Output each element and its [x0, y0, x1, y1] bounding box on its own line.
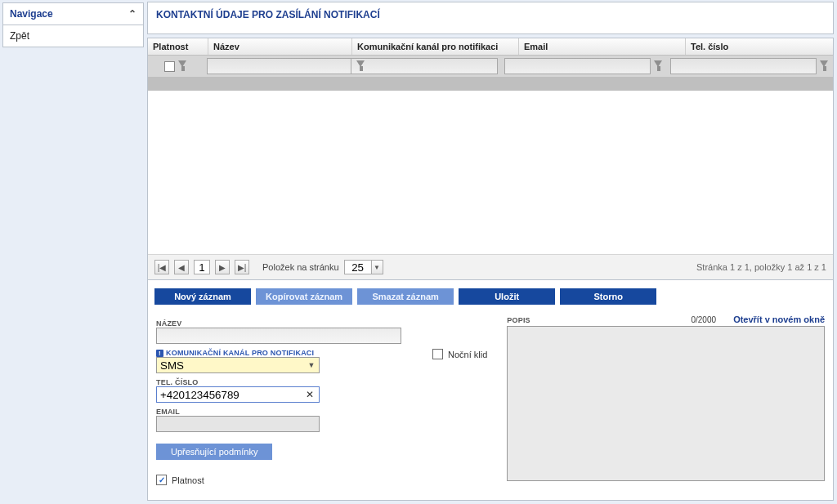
chevron-up-icon: ⌃	[128, 8, 137, 20]
page-size-dropdown[interactable]: ▼	[372, 260, 383, 274]
grid-body	[148, 78, 833, 254]
page-size-label: Položek na stránku	[262, 262, 339, 272]
grid-filter-row	[148, 56, 833, 78]
label-tel: TEL. ČÍSLO	[156, 378, 410, 386]
action-bar: Nový záznam Kopírovat záznam Smazat zázn…	[147, 280, 834, 310]
filter-checkbox-platnost[interactable]	[164, 61, 175, 72]
cancel-button[interactable]: Storno	[560, 288, 656, 305]
pager-page-input[interactable]	[194, 260, 210, 274]
new-record-button[interactable]: Nový záznam	[154, 288, 251, 305]
filter-icon[interactable]	[820, 60, 830, 72]
grid-header: Platnost Název Komunikační kanál pro not…	[148, 38, 833, 56]
select-komkanal[interactable]	[156, 357, 320, 373]
pager-info: Stránka 1 z 1, položky 1 až 1 z 1	[696, 262, 826, 272]
sidebar-panel: Navigace ⌃ Zpět	[2, 2, 144, 47]
pager-last-button[interactable]: ▶|	[235, 260, 249, 274]
pager-next-button[interactable]: ▶	[215, 260, 230, 274]
column-header-nazev[interactable]: Název	[208, 38, 352, 55]
checkbox-platnost[interactable]: ✓	[156, 475, 167, 485]
sidebar-title: Navigace	[10, 8, 53, 20]
popis-counter: 0/2000	[691, 315, 716, 324]
column-header-platnost[interactable]: Platnost	[148, 38, 208, 55]
input-email	[156, 416, 320, 432]
input-nazev[interactable]	[156, 328, 401, 344]
sidebar-item-back[interactable]: Zpět	[3, 25, 143, 47]
title-panel: KONTAKTNÍ ÚDAJE PRO ZASÍLÁNÍ NOTIFIKACÍ	[147, 2, 834, 34]
filter-input-tel[interactable]	[670, 58, 817, 74]
open-new-window-link[interactable]: Otevřít v novém okně	[733, 314, 825, 324]
label-popis: POPIS	[507, 316, 530, 324]
required-icon: !	[156, 350, 163, 357]
filter-icon[interactable]	[654, 60, 664, 72]
checkbox-nocni-klid[interactable]: ✓	[432, 349, 443, 359]
filter-input-komkanal[interactable]	[351, 58, 498, 74]
input-tel[interactable]	[156, 386, 320, 403]
pager-prev-button[interactable]: ◀	[174, 260, 189, 274]
panel-title: KONTAKTNÍ ÚDAJE PRO ZASÍLÁNÍ NOTIFIKACÍ	[148, 2, 833, 27]
page-size-input[interactable]	[344, 260, 372, 274]
filter-input-email[interactable]	[504, 58, 651, 74]
sidebar-header[interactable]: Navigace ⌃	[3, 3, 143, 25]
grid-panel: Platnost Název Komunikační kanál pro not…	[147, 38, 834, 280]
copy-record-button[interactable]: Kopírovat záznam	[256, 288, 352, 305]
column-header-tel[interactable]: Tel. číslo	[686, 38, 833, 55]
clear-icon[interactable]: ✕	[303, 388, 316, 401]
pager: |◀ ◀ ▶ ▶| Položek na stránku ▼ Stránka 1…	[148, 254, 833, 279]
save-button[interactable]: Uložit	[459, 288, 555, 305]
chevron-down-icon[interactable]: ▼	[304, 358, 319, 372]
label-platnost: Platnost	[172, 475, 204, 485]
label-komkanal: !KOMUNIKAČNÍ KANÁL PRO NOTIFIKACI	[156, 349, 410, 357]
label-nocni-klid: Noční klid	[448, 350, 487, 359]
filter-icon[interactable]	[356, 60, 365, 72]
label-email: EMAIL	[156, 408, 410, 416]
pager-first-button[interactable]: |◀	[154, 260, 169, 274]
refine-conditions-button[interactable]: Upřesňující podmínky	[156, 444, 272, 460]
delete-record-button[interactable]: Smazat záznam	[357, 288, 454, 305]
sidebar-item-label: Zpět	[10, 30, 29, 42]
filter-input-nazev[interactable]	[207, 58, 353, 74]
column-header-email[interactable]: Email	[519, 38, 686, 55]
filter-icon[interactable]	[178, 60, 188, 72]
form-area: NÁZEV !KOMUNIKAČNÍ KANÁL PRO NOTIFIKACI …	[147, 310, 834, 501]
label-nazev: NÁZEV	[156, 319, 410, 328]
textarea-popis[interactable]	[507, 326, 825, 481]
column-header-komkanal[interactable]: Komunikační kanál pro notifikaci	[352, 38, 519, 55]
